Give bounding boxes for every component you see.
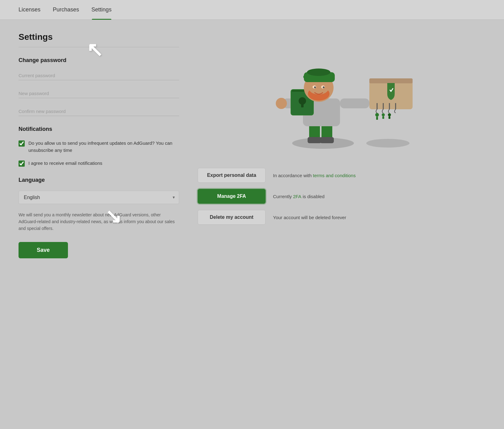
delete-account-action-row: Delete my account Your account will be d… [198, 210, 485, 225]
notification-checkbox-row-2: I agree to receive email notifications [19, 160, 179, 167]
delete-account-button[interactable]: Delete my account [198, 210, 266, 225]
manage2fa-desc-text: Currently [273, 194, 293, 199]
svg-rect-10 [377, 119, 377, 119]
svg-point-13 [388, 113, 391, 116]
svg-point-8 [375, 113, 379, 117]
svg-rect-12 [382, 116, 384, 119]
svg-rect-17 [308, 137, 321, 143]
svg-point-11 [382, 113, 385, 116]
notification-label-1: Do you allow us to send you infrequent u… [28, 140, 179, 154]
notification-checkbox-row-1: Do you allow us to send you infrequent u… [19, 140, 179, 154]
left-column: Settings Change password Notifications D… [19, 32, 179, 258]
change-password-title: Change password [19, 57, 179, 64]
confirm-password-input[interactable] [19, 107, 179, 116]
manage-2fa-button[interactable]: Manage 2FA [198, 189, 266, 204]
manage2fa-suffix: is disabled [301, 194, 325, 199]
manage-2fa-action-row: Manage 2FA Currently 2FA is disabled [198, 189, 485, 204]
language-select[interactable]: English Deutsch Français Español Русский… [19, 191, 179, 204]
language-select-wrapper: English Deutsch Français Español Русский… [19, 191, 179, 204]
export-personal-data-button[interactable]: Export personal data [198, 168, 266, 183]
svg-rect-18 [320, 137, 334, 143]
top-navigation: Licenses Purchases Settings [0, 0, 504, 20]
terms-conditions-link[interactable]: terms and conditions [313, 173, 355, 178]
svg-point-32 [307, 69, 330, 76]
export-action-desc: In accordance with terms and conditions [273, 173, 356, 178]
svg-rect-22 [340, 98, 369, 108]
current-password-input[interactable] [19, 71, 179, 80]
tab-purchases[interactable]: Purchases [47, 0, 85, 20]
svg-point-37 [314, 86, 316, 88]
notification-label-2: I agree to receive email notifications [28, 160, 102, 167]
new-password-field [19, 89, 179, 98]
save-button[interactable]: Save [19, 242, 68, 258]
current-password-field [19, 71, 179, 80]
illustration-area [191, 38, 485, 156]
action-buttons-container: Export personal data In accordance with … [191, 168, 485, 225]
right-column: Export personal data In accordance with … [191, 32, 485, 258]
new-password-input[interactable] [19, 89, 179, 98]
export-desc-text: In accordance with [273, 173, 313, 178]
language-section: Language English Deutsch Français Españo… [19, 177, 179, 232]
newsletter-text: We will send you a monthly newsletter ab… [19, 211, 179, 232]
tab-licenses[interactable]: Licenses [12, 0, 47, 20]
confirm-password-field [19, 107, 179, 116]
manage-2fa-action-desc: Currently 2FA is disabled [273, 194, 325, 199]
svg-rect-14 [388, 116, 390, 119]
svg-point-21 [276, 98, 287, 109]
title-divider [19, 47, 179, 47]
svg-point-34 [309, 82, 329, 94]
main-content: ↖ ↘ Settings Change password Notificatio… [0, 20, 504, 271]
svg-rect-26 [301, 103, 304, 107]
notification-checkbox-2[interactable] [19, 160, 25, 167]
change-password-section: Change password [19, 57, 179, 116]
2fa-highlight: 2FA [293, 194, 301, 199]
notifications-section: Notifications Do you allow us to send yo… [19, 126, 179, 167]
notification-checkbox-1[interactable] [19, 140, 25, 147]
tab-settings[interactable]: Settings [85, 0, 118, 20]
page-title: Settings [19, 32, 179, 42]
export-action-row: Export personal data In accordance with … [198, 168, 485, 183]
delete-action-desc: Your account will be deleted forever [273, 215, 346, 220]
svg-rect-3 [369, 78, 413, 83]
svg-point-38 [323, 86, 325, 88]
notifications-title: Notifications [19, 126, 179, 132]
character-illustration [258, 41, 419, 152]
language-title: Language [19, 177, 179, 183]
svg-point-1 [366, 139, 410, 148]
